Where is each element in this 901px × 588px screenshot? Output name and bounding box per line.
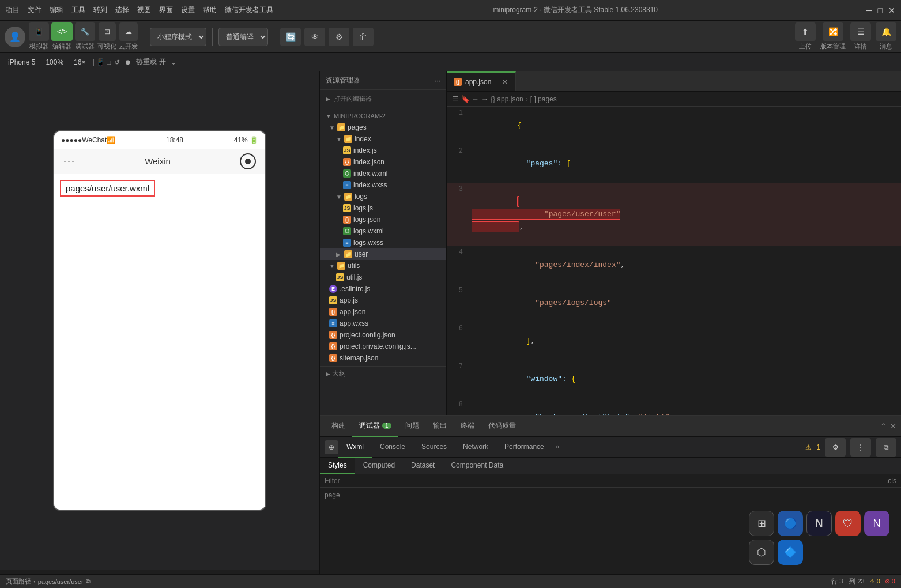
devtools-undock-btn[interactable]: ⧉ — [876, 438, 896, 457]
tree-appjs[interactable]: JS app.js — [320, 295, 446, 306]
debug-tab-output[interactable]: 输出 — [426, 416, 454, 437]
detail-button[interactable]: ☰ — [850, 22, 871, 41]
devtools-tab-sources[interactable]: Sources — [413, 437, 455, 458]
upload-button[interactable]: ⬆ — [795, 22, 816, 41]
tree-indexjs[interactable]: JS index.js — [320, 145, 446, 156]
devtools-tab-console[interactable]: Console — [372, 437, 413, 458]
tree-sitemap[interactable]: {} sitemap.json — [320, 352, 446, 364]
explorer-more-icon[interactable]: ··· — [435, 77, 440, 85]
debug-panel-close-icon[interactable]: ✕ — [890, 422, 896, 431]
visual-button[interactable]: ⊡ — [99, 22, 116, 41]
open-editors-section[interactable]: ▶ 打开的编辑器 — [320, 92, 446, 105]
refresh-icon[interactable]: ↺ — [114, 58, 120, 66]
preview-button[interactable]: 👁 — [304, 28, 325, 46]
tree-user-folder[interactable]: ▶ 📁 user — [320, 248, 446, 260]
menu-goto[interactable]: 转到 — [93, 5, 107, 15]
tree-utils-folder[interactable]: ▼ 📁 utils — [320, 260, 446, 272]
tree-logswxml[interactable]: ⬡ logs.wxml — [320, 225, 446, 237]
menu-help[interactable]: 帮助 — [203, 5, 217, 15]
breadcrumb-bookmark-icon[interactable]: 🔖 — [461, 95, 470, 103]
menu-file[interactable]: 文件 — [28, 5, 42, 15]
tree-indexjson[interactable]: {} index.json — [320, 156, 446, 168]
tree-logs-folder[interactable]: ▼ 📁 logs — [320, 191, 446, 202]
breadcrumb-back-icon[interactable]: ← — [472, 95, 479, 103]
tree-index-folder[interactable]: ▼ 📁 index — [320, 133, 446, 145]
devtools-tab-performance[interactable]: Performance — [496, 437, 552, 458]
debug-tab-build[interactable]: 构建 — [325, 416, 352, 437]
debug-tab-issues[interactable]: 问题 — [398, 416, 426, 437]
real-device-button[interactable]: ⚙ — [329, 28, 349, 46]
refresh-button[interactable]: 🔄 — [280, 28, 301, 46]
mode-select[interactable]: 小程序模式 — [150, 28, 206, 46]
close-button[interactable]: ✕ — [888, 6, 895, 15]
record-icon[interactable]: ⏺ — [125, 58, 131, 66]
tree-logsjson[interactable]: {} logs.json — [320, 214, 446, 225]
tab-close-button[interactable]: ✕ — [502, 77, 508, 86]
user-avatar[interactable]: 👤 — [5, 27, 25, 47]
float-app1[interactable]: ⊞ — [749, 511, 774, 536]
device-select[interactable]: iPhone 5 — [5, 57, 39, 67]
tree-appwxss[interactable]: ≡ app.wxss — [320, 318, 446, 329]
version-button[interactable]: 🔀 — [823, 22, 843, 41]
cls-button[interactable]: .cls — [886, 477, 896, 485]
tree-eslintrc[interactable]: E .eslintrc.js — [320, 283, 446, 295]
tree-pages-folder[interactable]: ▼ 📁 pages — [320, 122, 446, 133]
devtools-tab-wxml[interactable]: Wxml — [338, 437, 372, 458]
menu-project[interactable]: 项目 — [6, 5, 20, 15]
editor-tab-appjson[interactable]: {} app.json ✕ — [447, 71, 516, 91]
debug-tab-quality[interactable]: 代码质量 — [481, 416, 523, 437]
menu-edit[interactable]: 编辑 — [50, 5, 63, 15]
dataset-tab[interactable]: Dataset — [403, 458, 443, 474]
tree-utiljs[interactable]: JS util.js — [320, 272, 446, 283]
float-app3[interactable]: N — [806, 511, 832, 536]
breadcrumb-menus-icon[interactable]: ☰ — [453, 95, 459, 103]
cloud-button[interactable]: ☁ — [119, 22, 138, 41]
styles-tab[interactable]: Styles — [320, 458, 355, 474]
computed-tab[interactable]: Computed — [355, 458, 403, 474]
maximize-button[interactable]: □ — [878, 6, 883, 15]
debug-tab-terminal[interactable]: 终端 — [454, 416, 481, 437]
devtools-tab-network[interactable]: Network — [455, 437, 496, 458]
tree-indexwxml[interactable]: ⬡ index.wxml — [320, 168, 446, 179]
float-app7[interactable]: 🔷 — [778, 540, 803, 565]
zoom-level[interactable]: 100% — [42, 57, 67, 67]
collapse-icon[interactable]: ⌃ — [880, 422, 887, 431]
filter-input[interactable] — [325, 477, 886, 485]
devtools-tab-more[interactable]: » — [552, 437, 563, 458]
tree-logsjs[interactable]: JS logs.js — [320, 202, 446, 214]
float-app4[interactable]: 🛡 — [835, 511, 861, 536]
phone-menu-dots[interactable]: ··· — [63, 155, 76, 167]
component-data-tab[interactable]: Component Data — [443, 458, 511, 474]
devtools-inspect-btn[interactable]: ⊕ — [325, 440, 338, 454]
float-app2[interactable]: 🔵 — [778, 511, 803, 536]
message-button[interactable]: 🔔 — [876, 22, 896, 41]
outline-section[interactable]: ▶ 大纲 — [320, 366, 446, 381]
debug-tab-debugger[interactable]: 调试器 1 — [352, 416, 398, 437]
compile-select[interactable]: 普通编译 — [218, 28, 268, 46]
scale-level[interactable]: 16× — [70, 57, 89, 67]
menu-interface[interactable]: 界面 — [159, 5, 173, 15]
float-app5[interactable]: N — [864, 511, 889, 536]
minimize-button[interactable]: ─ — [866, 6, 872, 15]
tree-appjson[interactable]: {} app.json — [320, 306, 446, 318]
tree-indexwxss[interactable]: ≡ index.wxss — [320, 179, 446, 191]
menu-tools[interactable]: 工具 — [71, 5, 85, 15]
breadcrumb-forward-icon[interactable]: → — [481, 95, 488, 103]
debugger-button[interactable]: 🔧 — [75, 22, 95, 41]
hotreload-label[interactable]: 热重载 开 — [136, 57, 165, 67]
devtools-settings-btn[interactable]: ⚙ — [825, 438, 846, 457]
menu-select[interactable]: 选择 — [115, 5, 129, 15]
tree-projectconfig[interactable]: {} project.config.json — [320, 329, 446, 341]
tree-projectprivate[interactable]: {} project.private.config.js... — [320, 341, 446, 352]
project-section[interactable]: ▼ MINIPROGRAM-2 — [320, 110, 446, 122]
editor-button[interactable]: </> — [51, 22, 73, 41]
float-app6[interactable]: ⬡ — [749, 540, 774, 565]
menu-view[interactable]: 视图 — [137, 5, 151, 15]
menu-wechat[interactable]: 微信开发者工具 — [225, 5, 273, 15]
devtools-more-btn[interactable]: ⋮ — [850, 438, 871, 457]
warn-status-icon[interactable]: ⚠ 0 — [869, 578, 880, 585]
simulator-button[interactable]: 📱 — [29, 22, 49, 41]
phone-record-btn[interactable] — [240, 153, 256, 169]
clear-button[interactable]: 🗑 — [353, 28, 374, 46]
tree-logswxss[interactable]: ≡ logs.wxss — [320, 237, 446, 248]
